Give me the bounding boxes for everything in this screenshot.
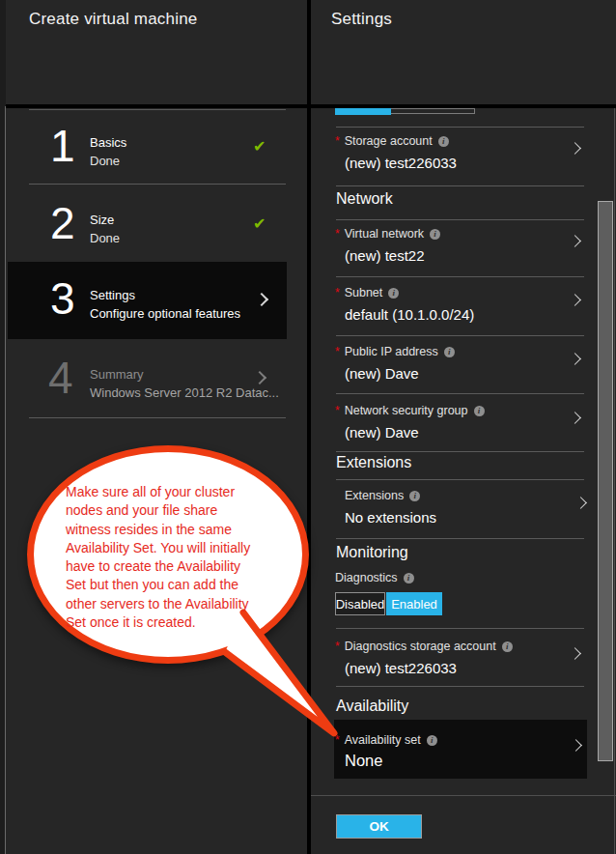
field-label: Subnet [345,286,383,299]
required-marker: * [335,345,340,358]
required-marker: * [335,286,340,299]
step-status: Configure optional features [90,306,240,321]
section-header-monitoring: Monitoring [336,544,408,561]
step-divider [29,417,286,418]
field-label: Network security group [345,404,468,417]
field-label: Extensions [345,489,404,502]
info-icon[interactable]: i [502,641,513,652]
diagnostics-enabled-button[interactable]: Enabled [386,592,442,615]
required-marker: * [335,640,340,653]
field-value: (new) Dave [345,424,419,441]
wizard-step-settings-selected[interactable]: 3 Settings Configure optional features [8,262,287,339]
diagnostics-label-row: Diagnosticsi [335,568,414,585]
chevron-right-icon [569,142,581,155]
field-value: None [345,752,382,770]
step-divider [29,184,286,185]
field-label: Storage account [345,134,433,148]
ok-button[interactable]: OK [336,814,422,839]
step-number: 1 [50,124,75,168]
step-status: Windows Server 2012 R2 Datac... [90,385,279,400]
chevron-right-icon [569,353,581,365]
chevron-right-icon [255,293,268,306]
field-value: (new) test226033 [345,155,457,171]
field-value: (new) test226033 [345,660,457,676]
step-label: Settings [90,288,135,302]
step-status: Done [90,231,120,245]
step-status: Done [90,154,120,168]
field-network-security-group[interactable]: *Network security groupi (new) Dave [311,397,591,451]
field-divider [336,276,584,277]
diagnostics-disabled-button[interactable]: Disabled [335,592,385,615]
field-label: Availability set [345,733,421,747]
field-storage-account[interactable]: *Storage accounti (new) test226033 [311,128,591,185]
field-availability-set[interactable]: *Availability seti None [334,720,587,779]
step-number: 4 [48,356,73,400]
scrollbar-track-edge [614,108,615,854]
info-icon[interactable]: i [388,288,399,299]
step-done-check-icon: ✔ [253,214,266,233]
chevron-right-icon [253,371,266,384]
info-icon[interactable]: i [430,229,440,240]
section-header-network: Network [336,190,393,208]
required-marker: * [335,733,340,747]
scrollbar-thumb[interactable] [598,201,613,761]
clipped-toggle-selected-segment [335,108,391,115]
field-divider [336,628,584,629]
wizard-step-summary: 4 Summary Windows Server 2012 R2 Datac..… [6,348,288,415]
field-value: (new) test22 [345,247,425,264]
section-header-availability: Availability [336,697,408,715]
field-divider [336,686,584,687]
field-virtual-network[interactable]: *Virtual networki (new) test22 [311,220,591,276]
section-divider [336,479,584,480]
info-icon[interactable]: i [438,136,449,147]
info-icon[interactable]: i [444,347,455,357]
chevron-right-icon [574,497,587,509]
annotation-text: Make sure all of your cluster nodes and … [66,483,293,632]
step-number: 2 [50,201,75,245]
settings-blade-title: Settings [331,10,392,29]
step-label: Size [90,213,114,227]
chevron-right-icon [570,739,582,752]
step-number: 3 [50,276,75,321]
field-divider [336,185,584,186]
required-marker: * [335,404,340,417]
required-marker: * [335,227,340,241]
diagnostics-label: Diagnostics [335,571,398,584]
field-value: (new) Dave [345,365,419,382]
field-value: default (10.1.0.0/24) [345,306,474,323]
field-divider [336,335,584,336]
section-header-extensions: Extensions [336,454,411,471]
info-icon[interactable]: i [409,491,420,501]
chevron-right-icon [569,294,581,306]
chevron-right-icon [569,647,581,660]
step-done-check-icon: ✔ [253,137,266,156]
create-vm-blade-title: Create virtual machine [29,10,197,29]
field-label: Diagnostics storage account [345,640,496,653]
info-icon[interactable]: i [427,735,437,746]
field-extensions[interactable]: Extensionsi No extensions [311,482,591,536]
info-icon[interactable]: i [404,573,414,584]
step-label: Summary [90,367,144,382]
wizard-step-size[interactable]: 2 Size Done ✔ [6,193,288,259]
chevron-right-icon [569,412,581,424]
field-divider [336,451,584,452]
field-value: No extensions [345,509,436,526]
field-subnet[interactable]: *Subneti default (10.1.0.0/24) [311,279,591,335]
step-label: Basics [90,135,126,150]
field-public-ip[interactable]: *Public IP addressi (new) Dave [311,338,591,393]
field-divider [336,538,584,539]
field-diagnostics-storage-account[interactable]: *Diagnostics storage accounti (new) test… [311,633,591,686]
field-divider [336,393,584,394]
field-label: Virtual network [345,227,424,241]
wizard-step-basics[interactable]: 1 Basics Done ✔ [6,118,288,182]
chevron-right-icon [569,235,581,247]
step-divider [29,109,286,110]
field-label: Public IP address [345,345,438,358]
required-marker: * [335,134,340,148]
info-icon[interactable]: i [474,406,485,416]
footer-divider [311,795,616,796]
